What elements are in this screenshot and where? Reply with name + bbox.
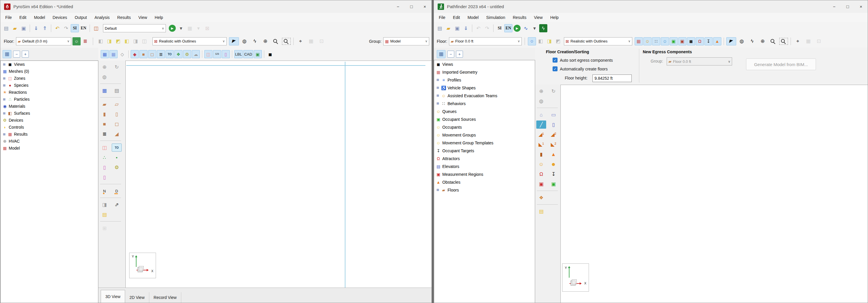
orientation-gizmo[interactable]: Y X	[562, 264, 589, 292]
normal-tool[interactable]: N	[99, 187, 110, 195]
show-wireframe-toggle[interactable]: ◇	[118, 50, 126, 58]
tree-item-floors[interactable]: ⊞ ▰ Floors	[434, 186, 535, 194]
redo-button[interactable]: ↷	[483, 24, 491, 32]
manage-floors-button[interactable]: ≣	[81, 37, 89, 46]
add-occupant-group-tool[interactable]: ☻	[549, 160, 558, 168]
show-targets-toggle[interactable]: ↧	[705, 37, 713, 46]
new-zone-tool[interactable]: ◫	[99, 144, 110, 152]
open-file-button[interactable]: ▰	[444, 24, 453, 32]
results-chart-button[interactable]: ∿	[522, 24, 530, 32]
show-doors-toggle[interactable]: ▣	[670, 37, 678, 46]
en-units-button[interactable]: EN	[80, 24, 88, 32]
redo-button[interactable]: ↷	[62, 24, 70, 32]
reset-view-button[interactable]: ⌖	[296, 37, 306, 46]
tree-item-results[interactable]: ⊞ ▦ Results	[1, 131, 98, 138]
results-dropdown[interactable]: ▾	[530, 24, 538, 32]
tree-item-movement-group-templates[interactable]: ☺ Movement Group Templates	[434, 139, 535, 147]
expand-icon[interactable]: ⊞	[2, 77, 6, 80]
new-wall-tool[interactable]: ▯	[549, 121, 558, 129]
view-cube-iso[interactable]: ◧	[97, 37, 105, 46]
new-stairs-one-point-tool[interactable]: ◢¹	[536, 130, 546, 139]
tree-item-views[interactable]: ◼ Views	[434, 60, 535, 68]
rotate-view-tool[interactable]: ↻	[549, 87, 558, 95]
menu-help[interactable]: Help	[151, 15, 167, 20]
show-text-toggle[interactable]: TO	[165, 50, 174, 58]
generate-model-from-bim-button[interactable]: Generate Model from BIM...	[746, 59, 816, 70]
minimize-button[interactable]: −	[391, 0, 405, 13]
import-button[interactable]: ⇓	[32, 24, 40, 32]
import-button[interactable]: ⇓	[462, 24, 470, 32]
open-mesh-boundary-tool[interactable]: ▤	[112, 86, 122, 95]
new-block-tool[interactable]: ■	[99, 120, 110, 128]
menu-output[interactable]: Output	[71, 15, 91, 20]
tree-item-vehicle-shapes[interactable]: ⊞ ♿ Vehicle Shapes	[434, 84, 535, 92]
eyedropper-tool[interactable]: ⇗	[112, 201, 122, 209]
floor-properties-button[interactable]: ☺	[72, 37, 81, 46]
new-occupant-target-tool[interactable]: ↧	[549, 170, 558, 178]
si-units-button[interactable]: SI	[71, 24, 79, 32]
tree-item-controls[interactable]: ◗ Controls	[1, 124, 98, 131]
new-door-vent-tool[interactable]: ▯	[99, 173, 110, 181]
new-room-rectangle-tool[interactable]: ▭	[549, 111, 558, 119]
tree-item-model[interactable]: ▦ Model	[1, 145, 98, 152]
palette-icon-button[interactable]: ◫	[92, 24, 100, 32]
show-imported-geometry-toggle[interactable]: ▦	[634, 37, 643, 46]
record-results-button[interactable]: ▦	[186, 24, 194, 32]
show-ids-toggle[interactable]: ¹²³	[213, 50, 221, 58]
tree-item-surfaces[interactable]: ⊞ ◧ Surfaces	[1, 110, 98, 117]
cad-toggle[interactable]: CAD	[243, 50, 253, 58]
expand-all-button[interactable]: +	[456, 51, 463, 58]
zoom-tool[interactable]	[271, 37, 281, 46]
tree-item-measurement-regions[interactable]: ▣ Measurement Regions	[434, 170, 535, 178]
pan-tool[interactable]: ⊕	[260, 37, 270, 46]
tree-item-obstacles[interactable]: ▲ Obstacles	[434, 178, 535, 186]
tree-item-hvac[interactable]: ⊛ HVAC	[1, 138, 98, 145]
roam-tool[interactable]: ϟ	[747, 37, 757, 46]
expand-icon[interactable]: ⊞	[436, 94, 440, 97]
reset-view-button[interactable]: ⌖	[793, 37, 803, 46]
tree-item-zones[interactable]: ⊞ ◫ Zones	[1, 75, 98, 82]
run-profile-combo[interactable]: Default	[103, 24, 166, 32]
auto-create-floors-checkbox[interactable]	[553, 66, 558, 71]
menu-view[interactable]: View	[134, 15, 151, 20]
add-occupant-tool[interactable]: ☺	[536, 160, 546, 168]
tree-item-reactions[interactable]: ☀ Reactions	[1, 89, 98, 96]
run-simulation-button[interactable]: ▶	[514, 25, 521, 32]
filter-tree-button[interactable]: ▦	[437, 50, 445, 58]
tree-item-profiles[interactable]: ⊞ ≡ Profiles	[434, 76, 535, 84]
show-exits-toggle[interactable]: ▣	[678, 37, 686, 46]
open-file-button[interactable]: ▰	[11, 24, 19, 32]
tree-item-movement-groups[interactable]: ☺ Movement Groups	[434, 131, 535, 139]
export-button[interactable]: ⇑	[41, 24, 49, 32]
select-tool[interactable]: ◤	[726, 37, 736, 46]
egress-group-combo[interactable]: ▰ Floor 0.0 ft	[666, 57, 732, 65]
tree-item-elevators[interactable]: ▤ Elevators	[434, 162, 535, 170]
new-stairs-tool[interactable]: ◢	[112, 130, 122, 138]
select-tool[interactable]: ◤	[229, 37, 239, 46]
tree-item-species[interactable]: ⊞ ● Species	[1, 82, 98, 89]
collapse-all-button[interactable]: −	[13, 51, 20, 58]
record-options-dropdown[interactable]: ▾	[194, 24, 203, 32]
show-all-button[interactable]: ▦	[803, 37, 813, 46]
show-mesh-boundaries-toggle[interactable]: ▦	[110, 50, 118, 58]
new-stairs-two-point-tool[interactable]: ◢²	[549, 130, 558, 139]
new-obstacle-tool[interactable]: ▲	[549, 150, 558, 158]
show-background-image-toggle[interactable]: ▣	[254, 50, 262, 58]
zoom-selection-button[interactable]: ⊡	[317, 37, 327, 46]
text-origin-tool[interactable]: TO	[112, 144, 122, 152]
zoom-box-tool[interactable]	[779, 37, 788, 46]
menu-results[interactable]: Results	[509, 15, 530, 20]
stop-fds-button[interactable]: ⊠	[203, 24, 211, 32]
menu-file[interactable]: File	[435, 15, 449, 20]
auto-sort-checkbox[interactable]	[553, 58, 558, 63]
en-units-button[interactable]: EN	[504, 24, 513, 32]
floor-height-input[interactable]	[592, 74, 632, 82]
maximize-button[interactable]: □	[405, 0, 418, 13]
new-block-hole-tool[interactable]: ◻	[112, 120, 122, 128]
paint-tool[interactable]: ◨	[99, 201, 110, 209]
expand-icon[interactable]: ⊞	[436, 86, 440, 90]
view-cube-front[interactable]: ◧	[536, 37, 545, 46]
view-cube-back[interactable]: ◩	[114, 37, 122, 46]
multi-select-tool[interactable]: ⊞	[99, 224, 110, 232]
menu-view[interactable]: View	[530, 15, 547, 20]
